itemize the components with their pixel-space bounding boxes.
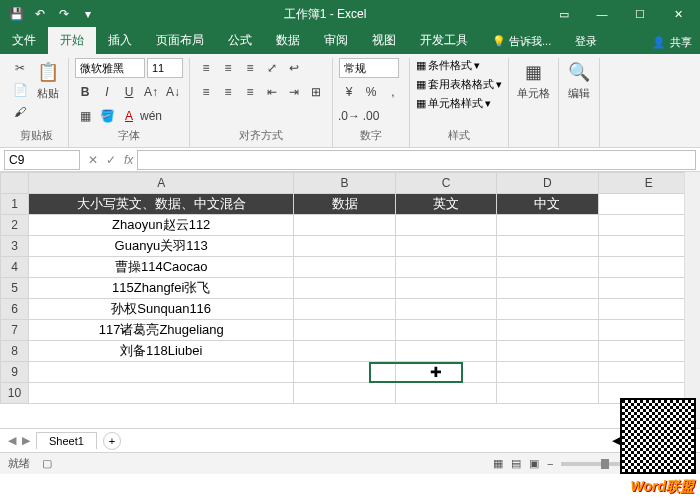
vertical-scrollbar[interactable]: [684, 172, 700, 428]
save-icon[interactable]: 💾: [8, 6, 24, 22]
group-align: 对齐方式: [196, 126, 326, 145]
row-2[interactable]: 2: [1, 215, 29, 236]
border-icon[interactable]: ▦: [75, 106, 95, 126]
shrink-font-icon[interactable]: A↓: [163, 82, 183, 102]
bold-button[interactable]: B: [75, 82, 95, 102]
italic-button[interactable]: I: [97, 82, 117, 102]
share-button[interactable]: 👤 共享: [644, 31, 700, 54]
cancel-fx-icon[interactable]: ✕: [84, 153, 102, 167]
sheet-nav-next[interactable]: ▶: [22, 434, 30, 447]
ribbon-options-icon[interactable]: ▭: [546, 2, 582, 26]
undo-icon[interactable]: ↶: [32, 6, 48, 22]
macro-rec-icon[interactable]: ▢: [42, 457, 52, 470]
tab-layout[interactable]: 页面布局: [144, 27, 216, 54]
fx-icon[interactable]: fx: [120, 153, 137, 167]
inc-decimal-icon[interactable]: .0→: [339, 106, 359, 126]
maximize-icon[interactable]: ☐: [622, 2, 658, 26]
select-all-corner[interactable]: [1, 173, 29, 194]
align-center-icon[interactable]: ≡: [218, 82, 238, 102]
align-left-icon[interactable]: ≡: [196, 82, 216, 102]
size-select[interactable]: 11: [147, 58, 183, 78]
phonetic-icon[interactable]: wén: [141, 106, 161, 126]
tab-formula[interactable]: 公式: [216, 27, 264, 54]
col-B[interactable]: B: [294, 173, 395, 194]
spreadsheet-grid[interactable]: A B C D E 1大小写英文、数据、中文混合数据英文中文 2Zhaoyun赵…: [0, 172, 700, 404]
sheet-nav-prev[interactable]: ◀: [8, 434, 16, 447]
row-8[interactable]: 8: [1, 341, 29, 362]
align-mid-icon[interactable]: ≡: [218, 58, 238, 78]
col-A[interactable]: A: [29, 173, 294, 194]
sheet-tab[interactable]: Sheet1: [36, 432, 97, 449]
cell-style-button[interactable]: ▦ 单元格样式 ▾: [416, 96, 491, 111]
add-sheet-button[interactable]: +: [103, 432, 121, 450]
group-font: 字体: [75, 126, 183, 145]
align-right-icon[interactable]: ≡: [240, 82, 260, 102]
redo-icon[interactable]: ↷: [56, 6, 72, 22]
horizontal-scrollbar[interactable]: ◀▶: [127, 434, 692, 448]
tab-home[interactable]: 开始: [48, 27, 96, 54]
orient-icon[interactable]: ⤢: [262, 58, 282, 78]
percent-icon[interactable]: %: [361, 82, 381, 102]
formula-bar[interactable]: [137, 150, 696, 170]
cond-format-button[interactable]: ▦ 条件格式 ▾: [416, 58, 480, 73]
row-1[interactable]: 1: [1, 194, 29, 215]
dec-decimal-icon[interactable]: .00: [361, 106, 381, 126]
tab-view[interactable]: 视图: [360, 27, 408, 54]
grow-font-icon[interactable]: A↑: [141, 82, 161, 102]
format-painter-icon[interactable]: 🖌: [10, 102, 30, 122]
currency-icon[interactable]: ¥: [339, 82, 359, 102]
view-break-icon[interactable]: ▣: [529, 457, 539, 470]
accept-fx-icon[interactable]: ✓: [102, 153, 120, 167]
paste-icon: 📋: [36, 60, 60, 84]
editing-button[interactable]: 🔍编辑: [565, 58, 593, 103]
font-select[interactable]: 微软雅黑: [75, 58, 145, 78]
row-7[interactable]: 7: [1, 320, 29, 341]
number-format-select[interactable]: 常规: [339, 58, 399, 78]
cut-icon[interactable]: ✂: [10, 58, 30, 78]
qat-more-icon[interactable]: ▾: [80, 6, 96, 22]
row-6[interactable]: 6: [1, 299, 29, 320]
minimize-icon[interactable]: —: [584, 2, 620, 26]
tab-review[interactable]: 审阅: [312, 27, 360, 54]
align-top-icon[interactable]: ≡: [196, 58, 216, 78]
col-D[interactable]: D: [497, 173, 598, 194]
tab-insert[interactable]: 插入: [96, 27, 144, 54]
tab-file[interactable]: 文件: [0, 27, 48, 54]
status-ready: 就绪: [8, 456, 30, 471]
tell-me[interactable]: 💡 告诉我...: [480, 29, 563, 54]
paste-button[interactable]: 📋 粘贴: [34, 58, 62, 103]
editing-icon: 🔍: [567, 60, 591, 84]
group-styles: 样式: [416, 126, 502, 145]
row-4[interactable]: 4: [1, 257, 29, 278]
view-normal-icon[interactable]: ▦: [493, 457, 503, 470]
row-5[interactable]: 5: [1, 278, 29, 299]
window-title: 工作簿1 - Excel: [104, 6, 546, 23]
cells-icon: ▦: [522, 60, 546, 84]
fill-color-icon[interactable]: 🪣: [97, 106, 117, 126]
indent-dec-icon[interactable]: ⇤: [262, 82, 282, 102]
watermark: Word联盟: [630, 478, 694, 496]
wrap-icon[interactable]: ↩: [284, 58, 304, 78]
copy-icon[interactable]: 📄: [10, 80, 30, 100]
row-10[interactable]: 10: [1, 383, 29, 404]
close-icon[interactable]: ✕: [660, 2, 696, 26]
merge-icon[interactable]: ⊞: [306, 82, 326, 102]
indent-inc-icon[interactable]: ⇥: [284, 82, 304, 102]
zoom-out-icon[interactable]: −: [547, 458, 553, 470]
login-button[interactable]: 登录: [563, 29, 609, 54]
font-color-icon[interactable]: A: [119, 106, 139, 126]
underline-button[interactable]: U: [119, 82, 139, 102]
comma-icon[interactable]: ,: [383, 82, 403, 102]
tab-data[interactable]: 数据: [264, 27, 312, 54]
row-3[interactable]: 3: [1, 236, 29, 257]
view-layout-icon[interactable]: ▤: [511, 457, 521, 470]
name-box[interactable]: C9: [4, 150, 80, 170]
col-C[interactable]: C: [395, 173, 496, 194]
group-number: 数字: [339, 126, 403, 145]
tab-dev[interactable]: 开发工具: [408, 27, 480, 54]
cells-button[interactable]: ▦单元格: [515, 58, 552, 103]
group-clipboard: 剪贴板: [10, 126, 62, 145]
row-9[interactable]: 9: [1, 362, 29, 383]
align-bot-icon[interactable]: ≡: [240, 58, 260, 78]
table-format-button[interactable]: ▦ 套用表格格式 ▾: [416, 77, 502, 92]
